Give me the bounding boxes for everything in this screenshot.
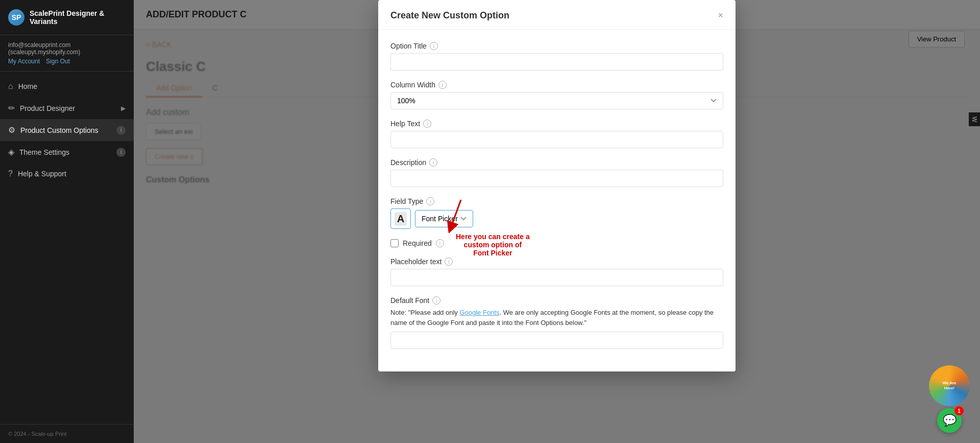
default-font-input[interactable]	[390, 332, 723, 349]
description-label: Description i	[390, 158, 723, 167]
sidebar-nav: ⌂ Home ✏ Product Designer ▶ ⚙ Product Cu…	[0, 72, 134, 424]
sidebar: SP ScalePrint Designer & Variants info@s…	[0, 0, 134, 443]
required-info-icon[interactable]: i	[436, 239, 444, 247]
required-group: Required i	[390, 239, 723, 247]
user-domain: (scaleupyt.myshopify.com)	[8, 49, 126, 56]
modal-header: Create New Custom Option ×	[378, 0, 736, 30]
placeholder-text-label: Placeholder text i	[390, 258, 723, 266]
column-width-info-icon[interactable]: i	[438, 81, 447, 89]
required-label: Required	[403, 239, 432, 247]
app-logo: SP	[8, 9, 24, 26]
sidebar-item-product-custom-options[interactable]: ⚙ Product Custom Options i	[0, 119, 134, 141]
sidebar-user-info: info@scaleupprint.com (scaleupyt.myshopi…	[0, 35, 134, 72]
sidebar-item-theme-settings[interactable]: ◈ Theme Settings i	[0, 141, 134, 163]
option-title-input[interactable]	[390, 53, 723, 71]
sidebar-item-label: Home	[18, 82, 126, 90]
chat-badge: 1	[954, 406, 964, 415]
sidebar-header: SP ScalePrint Designer & Variants	[0, 0, 134, 35]
close-button[interactable]: ×	[718, 10, 723, 21]
sidebar-footer: © 2024 - Scale-up Print	[0, 424, 134, 443]
sidebar-item-product-designer[interactable]: ✏ Product Designer ▶	[0, 97, 134, 119]
field-type-info-icon[interactable]: i	[426, 197, 434, 205]
chevron-right-icon: ▶	[121, 105, 126, 112]
column-width-select[interactable]: 100% 75% 50% 25%	[390, 92, 723, 109]
default-font-info-icon[interactable]: i	[432, 296, 440, 305]
modal-body: Option Title i Column Width i 100% 75% 5…	[378, 30, 736, 371]
option-title-group: Option Title i	[390, 42, 723, 71]
placeholder-text-input[interactable]	[390, 269, 723, 286]
home-icon: ⌂	[8, 82, 13, 91]
chat-widget: We AreHere! 💬 1	[929, 365, 970, 433]
default-font-note: Note: "Please add only Google Fonts. We …	[390, 308, 723, 328]
field-type-select[interactable]: Font Picker Text Input Select Checkbox R…	[415, 210, 473, 227]
sidebar-item-help-support[interactable]: ? Help & Support	[0, 163, 134, 184]
theme-icon: ◈	[8, 147, 14, 157]
column-width-group: Column Width i 100% 75% 50% 25%	[390, 81, 723, 109]
default-font-label: Default Font i	[390, 296, 723, 305]
help-icon: ?	[8, 169, 13, 178]
column-width-label: Column Width i	[390, 81, 723, 89]
info-icon: i	[116, 148, 126, 157]
description-input[interactable]	[390, 170, 723, 187]
chat-icon: 💬	[943, 414, 957, 427]
sidebar-item-label: Product Designer	[20, 104, 116, 112]
required-checkbox-row: Required i	[390, 239, 723, 247]
sidebar-item-label: Help & Support	[18, 170, 126, 178]
description-info-icon[interactable]: i	[429, 158, 437, 167]
my-account-link[interactable]: My Account	[8, 58, 40, 65]
placeholder-text-group: Placeholder text i	[390, 258, 723, 286]
default-font-group: Default Font i Note: "Please add only Go…	[390, 296, 723, 349]
google-fonts-link[interactable]: Google Fonts	[459, 309, 499, 316]
help-text-input[interactable]	[390, 131, 723, 148]
we-are-here-circle: We AreHere!	[929, 365, 970, 406]
field-type-group: Field Type i A Font Picker Text Input Se…	[390, 197, 723, 229]
help-text-group: Help Text i	[390, 120, 723, 148]
main-content-area: ADD/EDIT PRODUCT C < BACK Classic C Add …	[134, 0, 980, 443]
user-email: info@scaleupprint.com	[8, 41, 126, 49]
sidebar-item-label: Product Custom Options	[20, 126, 111, 134]
chat-button[interactable]: 💬 1	[937, 408, 962, 433]
required-checkbox[interactable]	[390, 239, 399, 247]
help-text-info-icon[interactable]: i	[423, 120, 431, 128]
description-group: Description i	[390, 158, 723, 187]
sidebar-item-home[interactable]: ⌂ Home	[0, 76, 134, 97]
app-title: ScalePrint Designer & Variants	[30, 9, 126, 26]
field-type-label: Field Type i	[390, 197, 723, 205]
sidebar-item-label: Theme Settings	[19, 148, 111, 156]
option-title-label: Option Title i	[390, 42, 723, 50]
help-text-label: Help Text i	[390, 120, 723, 128]
modal-title: Create New Custom Option	[390, 10, 509, 21]
font-picker-icon: A	[390, 208, 411, 229]
font-a-icon: A	[395, 212, 407, 226]
info-icon: i	[116, 126, 126, 135]
sign-out-link[interactable]: Sign Out	[46, 58, 70, 65]
placeholder-info-icon[interactable]: i	[445, 258, 453, 266]
create-custom-option-modal: Create New Custom Option × Option Title …	[378, 0, 736, 371]
edit-icon: ✏	[8, 103, 15, 113]
gear-icon: ⚙	[8, 125, 15, 135]
field-type-row: A Font Picker Text Input Select Checkbox…	[390, 208, 723, 229]
we-are-here-badge: We AreHere!	[929, 365, 970, 406]
option-title-info-icon[interactable]: i	[430, 42, 438, 50]
